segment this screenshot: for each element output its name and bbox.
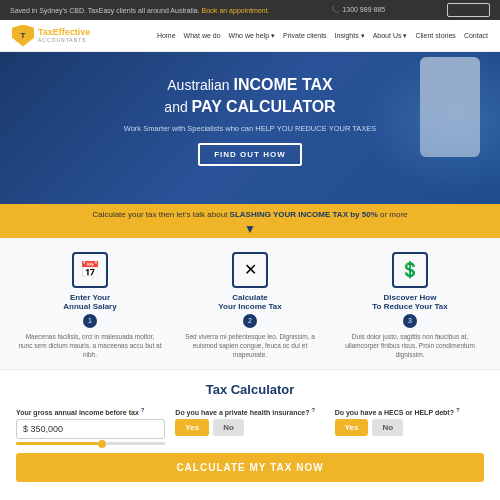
income-input[interactable] bbox=[16, 419, 165, 439]
calculator-submit-wrap: CALCULATE MY TAX NOW bbox=[16, 453, 484, 482]
topbar-phone: 📞 1300 989 885 bbox=[331, 6, 385, 14]
income-label: Your gross annual income before tax ? bbox=[16, 407, 165, 416]
banner-highlight: SLASHING YOUR INCOME TAX by 50% bbox=[230, 210, 378, 219]
income-slider-track[interactable] bbox=[16, 442, 165, 445]
hero-cta-button[interactable]: FIND OUT HOW bbox=[198, 143, 302, 166]
hero-section: Australian INCOME TAX and PAY CALCULATOR… bbox=[0, 52, 500, 204]
step-2-title: CalculateYour Income Tax bbox=[178, 293, 322, 311]
nav-about[interactable]: About Us ▾ bbox=[373, 32, 408, 40]
step-1-num: 1 bbox=[83, 314, 97, 328]
step-1-title: Enter YourAnnual Salary bbox=[18, 293, 162, 311]
health-toggle-group: Yes No bbox=[175, 419, 324, 436]
hero-subtitle: Work Smarter with Specialists who can HE… bbox=[20, 124, 480, 133]
income-field: Your gross annual income before tax ? bbox=[16, 407, 165, 445]
hecs-yes-button[interactable]: Yes bbox=[335, 419, 369, 436]
income-slider-fill bbox=[16, 442, 98, 445]
nav-what-we-do[interactable]: What we do bbox=[184, 32, 221, 40]
step-1: 📅 Enter YourAnnual Salary 1 Maecenas fac… bbox=[18, 252, 162, 359]
calculator-row-1: Your gross annual income before tax ? Do… bbox=[16, 407, 484, 445]
step-2-icon: ✕ bbox=[232, 252, 268, 288]
nav-links: Home What we do Who we help ▾ Private cl… bbox=[157, 32, 488, 40]
nav-client-stories[interactable]: Client stories bbox=[415, 32, 455, 40]
nav-insights[interactable]: Insights ▾ bbox=[335, 32, 365, 40]
logo-shield-icon: T bbox=[12, 25, 34, 47]
hecs-label: Do you have a HECS or HELP debt? ? bbox=[335, 407, 484, 416]
income-slider-thumb[interactable] bbox=[98, 440, 106, 448]
step-3-icon: 💲 bbox=[392, 252, 428, 288]
logo-text: TaxEffective bbox=[38, 28, 90, 38]
hecs-field: Do you have a HECS or HELP debt? ? Yes N… bbox=[335, 407, 484, 436]
hero-text: Australian INCOME TAX and PAY CALCULATOR… bbox=[20, 74, 480, 166]
nav-who-we-help[interactable]: Who we help ▾ bbox=[229, 32, 275, 40]
step-3: 💲 Discover HowTo Reduce Your Tax 3 Duis … bbox=[338, 252, 482, 359]
health-no-button[interactable]: No bbox=[213, 419, 244, 436]
nav-private-clients[interactable]: Private clients bbox=[283, 32, 327, 40]
step-3-desc: Duis dolor justo, sagittis non faucibus … bbox=[338, 332, 482, 359]
health-yes-button[interactable]: Yes bbox=[175, 419, 209, 436]
step-3-num: 3 bbox=[403, 314, 417, 328]
calculator-title: Tax Calculator bbox=[16, 382, 484, 397]
nav-contact[interactable]: Contact bbox=[464, 32, 488, 40]
calculator-section: Tax Calculator Your gross annual income … bbox=[0, 370, 500, 492]
top-bar: Saved in Sydney's CBD. TaxEasy clients a… bbox=[0, 0, 500, 20]
logo: T TaxEffective ACCOUNTANTS bbox=[12, 25, 90, 47]
hecs-toggle-group: Yes No bbox=[335, 419, 484, 436]
calculate-button[interactable]: CALCULATE MY TAX NOW bbox=[16, 453, 484, 482]
hero-heading: Australian INCOME TAX and PAY CALCULATOR bbox=[20, 74, 480, 119]
step-1-icon: 📅 bbox=[72, 252, 108, 288]
hecs-no-button[interactable]: No bbox=[372, 419, 403, 436]
health-label: Do you have a private health insurance? … bbox=[175, 407, 324, 416]
nav-home[interactable]: Home bbox=[157, 32, 176, 40]
navbar: T TaxEffective ACCOUNTANTS Home What we … bbox=[0, 20, 500, 52]
step-1-desc: Maecenas facilisis, orci in malesuada mo… bbox=[18, 332, 162, 359]
topbar-login[interactable]: ⊕ Login ▾ bbox=[447, 3, 490, 17]
step-3-title: Discover HowTo Reduce Your Tax bbox=[338, 293, 482, 311]
step-2-num: 2 bbox=[243, 314, 257, 328]
step-2: ✕ CalculateYour Income Tax 2 Sed viverra… bbox=[178, 252, 322, 359]
topbar-message: Saved in Sydney's CBD. TaxEasy clients a… bbox=[10, 7, 270, 14]
banner-arrow-icon: ▼ bbox=[0, 225, 500, 238]
logo-sub: ACCOUNTANTS bbox=[38, 37, 90, 43]
topbar-cta-link[interactable]: Book an appointment. bbox=[201, 7, 269, 14]
step-2-desc: Sed viverra mi pellentesque leo. Digniss… bbox=[178, 332, 322, 359]
steps-section: 📅 Enter YourAnnual Salary 1 Maecenas fac… bbox=[0, 238, 500, 370]
health-field: Do you have a private health insurance? … bbox=[175, 407, 324, 436]
